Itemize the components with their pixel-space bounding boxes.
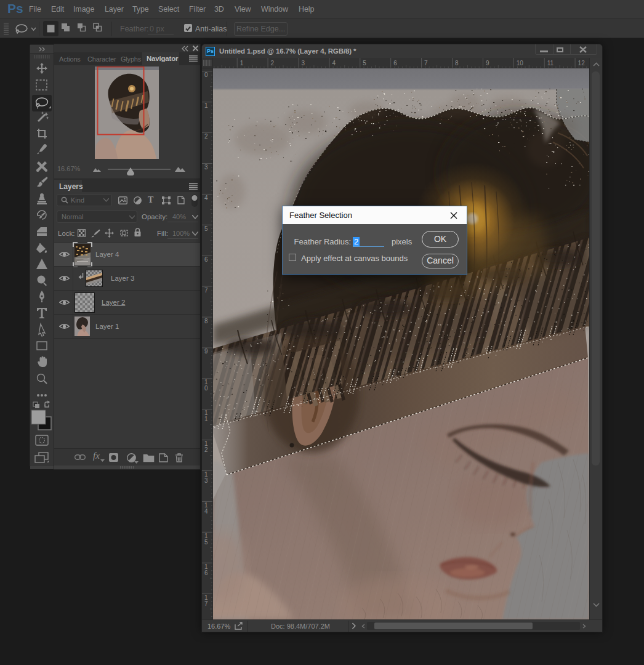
svg-text:5: 5 xyxy=(204,225,208,232)
svg-text:7: 7 xyxy=(204,287,208,294)
svg-text:2: 2 xyxy=(271,60,275,66)
svg-text:0: 0 xyxy=(204,385,208,392)
svg-text:7: 7 xyxy=(424,60,428,66)
svg-text:11: 11 xyxy=(547,60,554,66)
svg-text:4: 4 xyxy=(204,195,208,201)
svg-text:2: 2 xyxy=(204,446,208,453)
svg-text:8: 8 xyxy=(455,60,459,66)
svg-text:3: 3 xyxy=(204,164,208,171)
svg-text:4: 4 xyxy=(332,60,336,66)
svg-text:6: 6 xyxy=(393,60,397,66)
svg-text:4: 4 xyxy=(204,508,208,515)
svg-text:9: 9 xyxy=(486,60,489,66)
svg-text:6: 6 xyxy=(204,256,208,263)
svg-text:6: 6 xyxy=(204,570,208,576)
svg-text:1: 1 xyxy=(240,60,244,66)
svg-text:10: 10 xyxy=(517,60,524,66)
svg-text:2: 2 xyxy=(204,133,208,140)
svg-text:5: 5 xyxy=(363,60,366,66)
svg-text:5: 5 xyxy=(204,539,208,546)
svg-text:8: 8 xyxy=(204,318,208,324)
svg-text:0: 0 xyxy=(204,71,208,78)
svg-text:1: 1 xyxy=(204,102,208,109)
svg-text:9: 9 xyxy=(204,348,208,355)
svg-text:3: 3 xyxy=(302,60,305,66)
svg-text:1: 1 xyxy=(204,416,208,422)
svg-text:12: 12 xyxy=(578,60,586,66)
svg-text:7: 7 xyxy=(204,600,208,607)
svg-text:3: 3 xyxy=(204,477,208,484)
